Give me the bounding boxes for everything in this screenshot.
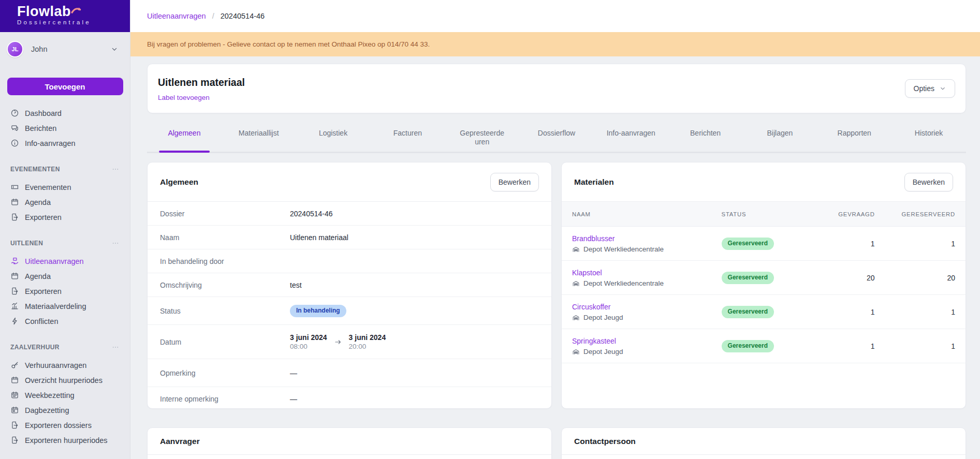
chevron-down-icon — [939, 85, 946, 92]
material-link[interactable]: Klapstoel — [572, 269, 602, 277]
export-icon — [10, 436, 19, 445]
reserved-badge: Gereserveerd — [722, 340, 774, 352]
detail-label: Opmerking — [160, 369, 290, 377]
detail-value: test — [290, 281, 302, 289]
add-label-link[interactable]: Label toevoegen — [158, 93, 210, 102]
avatar-initials: JL — [12, 46, 19, 52]
material-link[interactable]: Circuskoffer — [572, 303, 610, 311]
sidebar-item[interactable]: Exporteren huurperiodes — [0, 433, 130, 448]
sidebar-item[interactable]: Verhuuraanvragen — [0, 358, 130, 373]
tab[interactable]: Dossierflow — [519, 123, 594, 151]
dossier-header-card: Uitlenen materiaal Label toevoegen Optie… — [147, 64, 966, 113]
calendar-icon — [10, 272, 19, 280]
sidebar-item[interactable]: Uitleenaanvragen — [0, 254, 130, 269]
warehouse-icon — [572, 348, 580, 356]
material-link[interactable]: Brandblusser — [572, 234, 615, 243]
sidebar-item[interactable]: Overzicht huurperiodes — [0, 373, 130, 388]
chevron-down-icon — [110, 45, 119, 53]
reserved-badge: Gereserveerd — [722, 306, 774, 318]
page-title: Uitlenen materiaal — [158, 76, 955, 89]
material-row: Klapstoel Depot Werkliedencentrale Geres… — [562, 261, 966, 295]
sidebar-item[interactable]: Weekbezetting — [0, 388, 130, 403]
sidebar-item[interactable]: Exporteren — [0, 210, 130, 225]
sidebar-item[interactable]: Exporteren dossiers — [0, 418, 130, 433]
tab[interactable]: Facturen — [370, 123, 445, 151]
detail-row: Dossier 20240514-46 — [148, 202, 551, 226]
detail-label: Interne opmerking — [160, 395, 290, 403]
add-button[interactable]: Toevoegen — [7, 78, 123, 95]
depot-name: Depot Werkliedencentrale — [583, 245, 664, 253]
sidebar-section-zaalverhuur: ZAALVERHUUR Verhuuraanvragen Overzicht h… — [0, 339, 130, 448]
breadcrumb-separator: / — [212, 12, 214, 20]
export-icon — [10, 421, 19, 430]
lend-icon — [10, 257, 19, 265]
options-button[interactable]: Opties — [905, 79, 955, 98]
user-name: John — [31, 45, 110, 53]
material-row: Springkasteel Depot Jeugd Gereserveerd — [562, 329, 966, 363]
tab[interactable]: Berichten — [668, 123, 743, 151]
column-gevraagd: Gevraagd — [817, 211, 875, 217]
sidebar-item[interactable]: Materiaalverdeling — [0, 299, 130, 314]
messages-icon — [10, 124, 19, 132]
end-time: 20:00 — [349, 342, 386, 351]
card-title-materialen: Materialen — [574, 177, 614, 187]
tab[interactable]: Rapporten — [817, 123, 891, 151]
detail-label: Omschrijving — [160, 281, 290, 289]
edit-materialen-button[interactable]: Bewerken — [904, 173, 953, 191]
sidebar-item[interactable]: Berichten — [0, 121, 130, 136]
requested-quantity: 20 — [817, 274, 875, 282]
tab[interactable]: Materiaallijst — [222, 123, 296, 151]
sidebar-item[interactable]: Dagbezetting — [0, 403, 130, 418]
sidebar-item[interactable]: Conflicten — [0, 314, 130, 329]
sidebar-item[interactable]: Exporteren — [0, 284, 130, 299]
detail-value: Uitlenen materiaal — [290, 233, 348, 242]
material-link[interactable]: Springkasteel — [572, 337, 616, 345]
section-title: EVENEMENTEN — [10, 166, 60, 173]
edit-algemeen-button[interactable]: Bewerken — [490, 173, 539, 191]
brand-tagline: Dossiercentrale — [17, 19, 130, 25]
notice-text: Bij vragen of problemen - Gelieve contac… — [147, 40, 430, 48]
reserved-quantity: 1 — [875, 342, 955, 350]
detail-label: Status — [160, 307, 290, 315]
sidebar-item[interactable]: Dashboard — [0, 106, 130, 121]
lightning-icon — [10, 317, 19, 325]
sidebar-item[interactable]: Evenementen — [0, 180, 130, 195]
dashboard-icon — [10, 109, 19, 117]
detail-row: Omschrijving test — [148, 273, 551, 297]
sidebar-item[interactable]: Info-aanvragen — [0, 136, 130, 151]
start-time: 08:00 — [290, 342, 327, 351]
tab-bar: Algemeen Materiaallijst Logistiek Factur… — [147, 123, 966, 153]
breadcrumb-parent[interactable]: Uitleenaanvragen — [147, 12, 206, 20]
page-content: Uitlenen materiaal Label toevoegen Optie… — [130, 56, 980, 459]
material-row: Circuskoffer Depot Jeugd Gereserveerd — [562, 295, 966, 329]
reserved-quantity: 1 — [875, 308, 955, 316]
info-icon — [10, 139, 19, 147]
tab[interactable]: Historiek — [891, 123, 966, 151]
depot-name: Depot Werkliedencentrale — [583, 279, 664, 287]
reserved-badge: Gereserveerd — [722, 238, 774, 250]
ellipsis-icon[interactable] — [111, 165, 120, 173]
chart-icon — [10, 302, 19, 310]
cards-row: Algemeen Bewerken Dossier 20240514-46 — [147, 162, 966, 409]
tab[interactable]: Logistiek — [296, 123, 371, 151]
export-icon — [10, 287, 19, 295]
tab[interactable]: Bijlagen — [743, 123, 817, 151]
detail-label: Datum — [160, 338, 290, 346]
arrow-right-icon — [334, 338, 342, 346]
calendar-day-icon — [10, 406, 19, 414]
user-menu[interactable]: JL John — [0, 32, 130, 66]
ellipsis-icon[interactable] — [111, 239, 120, 247]
tab[interactable]: Algemeen — [147, 123, 222, 151]
app-root: Flowlab Dossiercentrale JL John Toevoege… — [0, 0, 980, 459]
reserved-quantity: 1 — [875, 240, 955, 248]
sidebar-item[interactable]: Agenda — [0, 195, 130, 210]
brand-logo[interactable]: Flowlab Dossiercentrale — [0, 0, 130, 32]
section-title: UITLENEN — [10, 240, 43, 247]
tab[interactable]: Info-aanvragen — [594, 123, 668, 151]
depot-name: Depot Jeugd — [583, 348, 623, 356]
main-area: Uitleenaanvragen / 20240514-46 Bij vrage… — [130, 0, 980, 459]
ellipsis-icon[interactable] — [111, 343, 120, 351]
materialen-card: Materialen Bewerken Naam Status Gevraagd… — [561, 162, 966, 409]
sidebar-item[interactable]: Agenda — [0, 269, 130, 284]
tab[interactable]: Gepresteerde uren — [445, 123, 519, 152]
